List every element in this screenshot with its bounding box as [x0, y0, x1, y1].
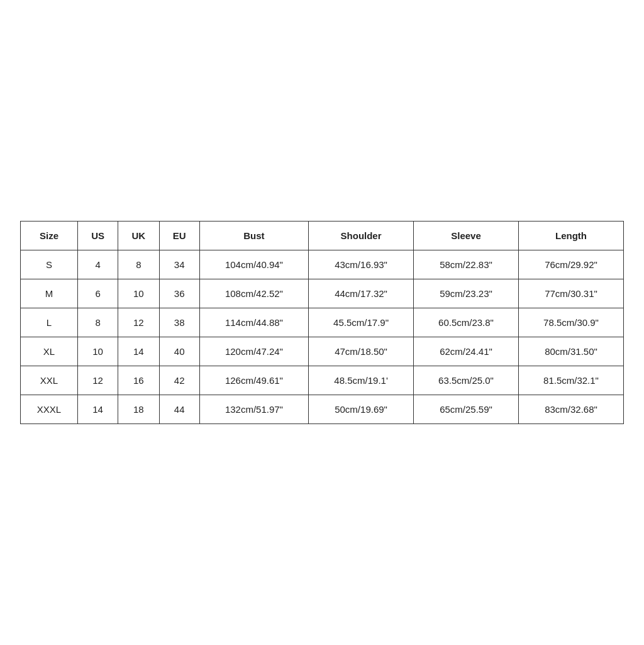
cell-bust: 108cm/42.52" — [199, 279, 308, 308]
cell-sleeve: 58cm/22.83" — [414, 250, 519, 279]
table-row: XXXL141844132cm/51.97"50cm/19.69"65cm/25… — [21, 395, 624, 424]
cell-sleeve: 62cm/24.41" — [414, 337, 519, 366]
cell-length: 78.5cm/30.9" — [518, 308, 623, 337]
table-row: XL101440120cm/47.24"47cm/18.50"62cm/24.4… — [21, 337, 624, 366]
cell-sleeve: 59cm/23.23" — [414, 279, 519, 308]
header-length: Length — [518, 222, 623, 250]
cell-size: XXL — [21, 366, 78, 395]
cell-shoulder: 48.5cm/19.1' — [309, 366, 414, 395]
cell-shoulder: 43cm/16.93" — [309, 250, 414, 279]
cell-shoulder: 45.5cm/17.9" — [309, 308, 414, 337]
size-chart-table: Size US UK EU Bust Shoulder Sleeve Lengt… — [20, 221, 624, 424]
cell-size: L — [21, 308, 78, 337]
cell-us: 6 — [78, 279, 118, 308]
cell-us: 8 — [78, 308, 118, 337]
cell-us: 14 — [78, 395, 118, 424]
cell-bust: 104cm/40.94" — [199, 250, 308, 279]
header-sleeve: Sleeve — [414, 222, 519, 250]
cell-length: 81.5cm/32.1" — [518, 366, 623, 395]
header-us: US — [78, 222, 118, 250]
cell-eu: 34 — [159, 250, 199, 279]
cell-uk: 18 — [118, 395, 159, 424]
cell-size: XL — [21, 337, 78, 366]
cell-eu: 40 — [159, 337, 199, 366]
cell-uk: 10 — [118, 279, 159, 308]
header-size: Size — [21, 222, 78, 250]
size-chart-container: Size US UK EU Bust Shoulder Sleeve Lengt… — [20, 221, 624, 424]
cell-shoulder: 44cm/17.32" — [309, 279, 414, 308]
cell-eu: 38 — [159, 308, 199, 337]
cell-bust: 132cm/51.97" — [199, 395, 308, 424]
cell-eu: 36 — [159, 279, 199, 308]
table-row: M61036108cm/42.52"44cm/17.32"59cm/23.23"… — [21, 279, 624, 308]
cell-length: 77cm/30.31" — [518, 279, 623, 308]
table-row: L81238114cm/44.88"45.5cm/17.9"60.5cm/23.… — [21, 308, 624, 337]
cell-shoulder: 50cm/19.69" — [309, 395, 414, 424]
table-row: XXL121642126cm/49.61"48.5cm/19.1'63.5cm/… — [21, 366, 624, 395]
cell-size: S — [21, 250, 78, 279]
cell-sleeve: 60.5cm/23.8" — [414, 308, 519, 337]
table-row: S4834104cm/40.94"43cm/16.93"58cm/22.83"7… — [21, 250, 624, 279]
cell-us: 12 — [78, 366, 118, 395]
cell-length: 80cm/31.50" — [518, 337, 623, 366]
cell-uk: 14 — [118, 337, 159, 366]
cell-sleeve: 63.5cm/25.0" — [414, 366, 519, 395]
header-shoulder: Shoulder — [309, 222, 414, 250]
cell-bust: 114cm/44.88" — [199, 308, 308, 337]
header-eu: EU — [159, 222, 199, 250]
cell-uk: 16 — [118, 366, 159, 395]
cell-size: M — [21, 279, 78, 308]
cell-length: 76cm/29.92" — [518, 250, 623, 279]
cell-uk: 12 — [118, 308, 159, 337]
cell-bust: 126cm/49.61" — [199, 366, 308, 395]
cell-shoulder: 47cm/18.50" — [309, 337, 414, 366]
cell-bust: 120cm/47.24" — [199, 337, 308, 366]
cell-sleeve: 65cm/25.59" — [414, 395, 519, 424]
header-uk: UK — [118, 222, 159, 250]
cell-uk: 8 — [118, 250, 159, 279]
table-header-row: Size US UK EU Bust Shoulder Sleeve Lengt… — [21, 222, 624, 250]
cell-size: XXXL — [21, 395, 78, 424]
cell-eu: 44 — [159, 395, 199, 424]
cell-us: 10 — [78, 337, 118, 366]
cell-eu: 42 — [159, 366, 199, 395]
header-bust: Bust — [199, 222, 308, 250]
cell-us: 4 — [78, 250, 118, 279]
cell-length: 83cm/32.68" — [518, 395, 623, 424]
